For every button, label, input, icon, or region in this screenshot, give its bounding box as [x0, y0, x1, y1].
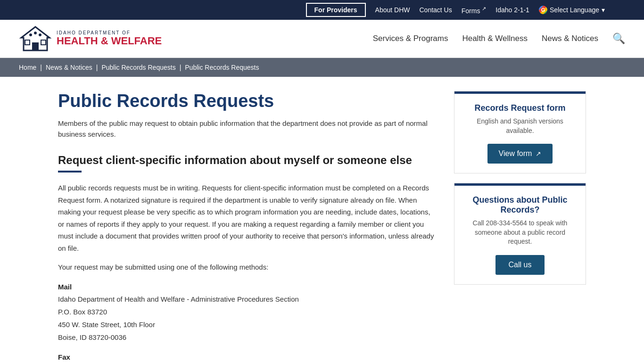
logo-link[interactable]: IDAHO DEPARTMENT OF HEALTH & WELFARE	[19, 25, 162, 53]
page-title: Public Records Requests	[58, 91, 435, 111]
questions-card: Questions about Public Records? Call 208…	[454, 183, 586, 285]
breadcrumb-separator-2: |	[96, 64, 98, 71]
svg-point-6	[39, 33, 41, 36]
logo-svg	[19, 25, 52, 53]
nav-health[interactable]: Health & Wellness	[462, 34, 528, 43]
external-link-icon: ↗	[536, 150, 541, 157]
content-area: Public Records Requests Members of the p…	[58, 91, 435, 362]
search-button[interactable]: 🔍	[612, 33, 625, 45]
breadcrumb: Home | News & Notices | Public Records R…	[0, 58, 644, 77]
site-header: IDAHO DEPARTMENT OF HEALTH & WELFARE Ser…	[0, 20, 644, 58]
svg-point-4	[29, 33, 32, 36]
card-desc-2: Call 208-334-5564 to speak with someone …	[464, 219, 576, 247]
nav-news[interactable]: News & Notices	[542, 34, 598, 43]
card-body-2: Questions about Public Records? Call 208…	[454, 186, 586, 284]
main-wrapper: Public Records Requests Members of the p…	[39, 77, 605, 362]
breadcrumb-current: Public Records Requests	[185, 64, 259, 71]
card-desc-1: English and Spanish versions available.	[464, 117, 576, 135]
idaho-211-link[interactable]: Idaho 2-1-1	[495, 6, 529, 14]
external-link-icon: ↗	[482, 6, 486, 11]
intro-text: Members of the public may request to obt…	[58, 118, 435, 140]
mail-heading: Mail	[58, 283, 435, 291]
top-bar: For Providers About DHW Contact Us Forms…	[0, 0, 644, 20]
sidebar: Records Request form English and Spanish…	[454, 91, 586, 362]
svg-rect-1	[32, 42, 39, 50]
records-request-card: Records Request form English and Spanish…	[454, 91, 586, 173]
about-dhw-link[interactable]: About DHW	[375, 6, 410, 14]
card-title-2: Questions about Public Records?	[464, 195, 576, 215]
logo-text: IDAHO DEPARTMENT OF HEALTH & WELFARE	[57, 30, 162, 47]
nav-services[interactable]: Services & Programs	[373, 34, 448, 43]
breadcrumb-separator-3: |	[180, 64, 182, 71]
card-title-1: Records Request form	[464, 103, 576, 113]
contact-us-link[interactable]: Contact Us	[419, 6, 452, 14]
svg-point-5	[34, 32, 37, 34]
for-providers-button[interactable]: For Providers	[306, 3, 366, 17]
section-heading: Request client-specific information abou…	[58, 154, 435, 167]
language-selector[interactable]: G Select Language ▾	[539, 6, 605, 14]
chevron-down-icon: ▾	[602, 6, 605, 14]
svg-rect-2	[25, 40, 30, 45]
breadcrumb-home[interactable]: Home	[19, 64, 36, 71]
breadcrumb-public1[interactable]: Public Records Requests	[101, 64, 175, 71]
card-body-1: Records Request form English and Spanish…	[454, 94, 586, 173]
search-icon: 🔍	[612, 33, 625, 44]
body-paragraph-1: All public records requests must be in w…	[58, 182, 435, 254]
forms-link[interactable]: Forms ↗	[462, 6, 487, 15]
google-translate-icon: G	[539, 6, 547, 14]
mail-address: Idaho Department of Health and Welfare -…	[58, 293, 435, 344]
body-paragraph-2: Your request may be submitted using one …	[58, 261, 435, 273]
section-underline	[58, 171, 82, 173]
svg-rect-3	[41, 40, 46, 45]
view-form-button[interactable]: View form ↗	[487, 144, 553, 164]
breadcrumb-separator-1: |	[40, 64, 42, 71]
call-us-button[interactable]: Call us	[495, 255, 545, 275]
main-nav: Services & Programs Health & Wellness Ne…	[373, 33, 625, 45]
breadcrumb-news[interactable]: News & Notices	[46, 64, 92, 71]
fax-heading: Fax	[58, 353, 435, 361]
